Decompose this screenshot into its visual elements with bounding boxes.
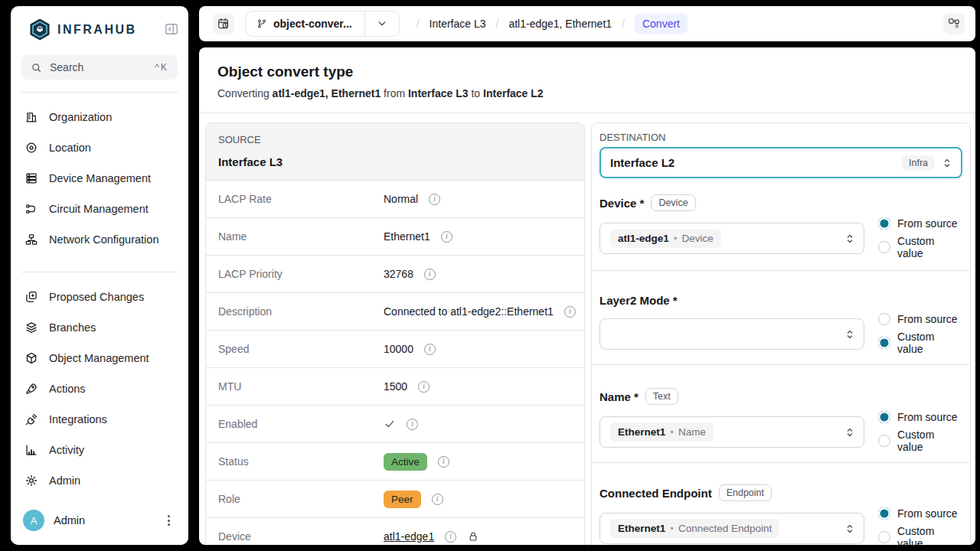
user-menu-kebab-icon[interactable] [163, 512, 175, 529]
from-source-radio[interactable]: From source [878, 411, 962, 423]
field-label: Layer2 Mode * [599, 294, 678, 307]
info-icon[interactable]: i [432, 494, 443, 505]
info-icon[interactable]: i [564, 306, 576, 318]
field-label: Connected Endpoint [599, 487, 712, 500]
branch-name: object-conver... [273, 18, 352, 30]
page-header: Object convert type Converting atl1-edge… [199, 47, 975, 113]
search-shortcut: ^K [155, 62, 168, 73]
from-source-radio[interactable]: From source [878, 217, 962, 230]
source-row-value: Connected to atl1-edge2::Ethernet1i [384, 305, 576, 318]
breadcrumb-item-interface-l3[interactable]: Interface L3 [430, 18, 486, 30]
source-row-role: Role Peeri [206, 480, 584, 517]
sidebar-collapse-button[interactable] [162, 21, 181, 39]
source-row-label: Device [218, 530, 384, 543]
sidebar-item-integrations[interactable]: Integrations [11, 404, 188, 435]
breadcrumb-item-convert[interactable]: Convert [635, 14, 688, 34]
attribute-value: Ethernet1 [384, 230, 430, 243]
sidebar-item-device-management[interactable]: Device Management [11, 163, 188, 194]
rocket-icon [24, 382, 38, 396]
radio-icon [878, 241, 890, 253]
diff-icon [24, 290, 38, 304]
branch-selector[interactable]: object-conver... [245, 11, 400, 37]
radio-label: Custom value [897, 429, 962, 453]
custom-value-radio[interactable]: Custom value [878, 235, 962, 259]
info-icon[interactable]: i [438, 456, 449, 468]
radio-icon [878, 217, 890, 230]
sidebar-item-proposed-changes[interactable]: Proposed Changes [11, 282, 188, 312]
sidebar-item-label: Device Management [49, 172, 151, 184]
sidebar-group-divider [21, 272, 178, 272]
info-icon[interactable]: i [445, 531, 456, 543]
sidebar-item-object-management[interactable]: Object Management [11, 343, 188, 373]
field-select[interactable]: atl1-edge1•Device [599, 223, 864, 254]
sidebar-item-location[interactable]: Location [11, 132, 188, 163]
field-label: Name * [599, 390, 639, 403]
chevron-down-icon [365, 18, 399, 29]
radio-label: Custom value [897, 525, 962, 545]
main-content: Object convert type Converting atl1-edge… [199, 47, 975, 545]
source-row-label: Name [218, 230, 384, 243]
sidebar-item-network-configuration[interactable]: Network Configuration [11, 224, 188, 255]
attribute-value: 32768 [384, 268, 413, 280]
from-source-radio[interactable]: From source [878, 507, 962, 520]
logo-row: INFRAHUB [11, 6, 188, 47]
field-mode-radios: From sourceCustom value [878, 313, 962, 355]
radio-icon [878, 337, 890, 349]
schema-workflow-icon[interactable] [943, 13, 965, 34]
source-panel-label: SOURCE [218, 134, 572, 145]
time-travel-calendar-icon[interactable] [213, 13, 234, 34]
radio-label: Custom value [897, 331, 962, 355]
info-icon[interactable]: i [424, 344, 436, 355]
sidebar-item-label: Network Configuration [49, 233, 158, 246]
from-source-radio[interactable]: From source [878, 313, 962, 325]
gear-icon [24, 474, 38, 487]
custom-value-radio[interactable]: Custom value [878, 429, 962, 453]
info-icon[interactable]: i [418, 381, 430, 393]
attribute-value: Connected to atl1-edge2::Ethernet1 [384, 305, 554, 318]
sidebar-item-organization[interactable]: Organization [11, 102, 188, 132]
subtitle-emphasis: atl1-edge1, Ethernet1 [273, 87, 381, 99]
destination-type-select[interactable]: Interface L2 Infra [599, 147, 962, 178]
source-row-label: Enabled [218, 418, 384, 430]
sidebar-item-branches[interactable]: Branches [11, 312, 188, 343]
field-select[interactable]: Ethernet1•Name [599, 416, 864, 448]
sidebar-item-label: Branches [49, 321, 96, 334]
radio-label: From source [897, 313, 958, 325]
sidebar-item-label: Integrations [49, 413, 107, 425]
sidebar-item-label: Organization [49, 111, 112, 123]
source-row-value: Activei [384, 453, 449, 471]
chart-icon [24, 443, 38, 457]
source-row-value: atl1-edge1i [384, 530, 479, 543]
radio-icon [878, 435, 890, 447]
related-node-link[interactable]: atl1-edge1 [384, 530, 434, 543]
brand-name: INFRAHUB [57, 23, 162, 37]
info-icon[interactable]: i [407, 419, 418, 430]
source-row-value: i [384, 418, 418, 430]
search-input[interactable]: Search ^K [21, 55, 178, 80]
field-select[interactable] [599, 318, 864, 350]
breadcrumb: /Interface L3/atl1-edge1, Ethernet1/Conv… [416, 14, 943, 34]
source-row-status: Status Activei [206, 442, 584, 480]
git-branch-icon [256, 18, 267, 29]
custom-value-radio[interactable]: Custom value [878, 525, 962, 545]
sidebar-item-circuit-management[interactable]: Circuit Management [11, 194, 188, 224]
source-row-device: Device atl1-edge1i [206, 517, 584, 545]
sidebar-item-admin[interactable]: Admin [11, 465, 188, 496]
info-icon[interactable]: i [424, 269, 436, 280]
custom-value-radio[interactable]: Custom value [878, 331, 962, 355]
route-icon [24, 202, 38, 216]
destination-panel: DESTINATION Interface L2 Infra Device * … [591, 122, 971, 545]
source-rows: LACP Rate Normali Name Ethernet1i LACP P… [206, 180, 584, 545]
field-kind-badge: Device [651, 194, 695, 211]
user-row: A Admin [11, 499, 188, 545]
infrahub-logo-icon [29, 18, 51, 41]
unfold-icon [844, 233, 856, 245]
info-icon[interactable]: i [441, 231, 452, 243]
sidebar-item-actions[interactable]: Actions [11, 373, 188, 404]
subtitle-emphasis: Interface L2 [483, 87, 544, 99]
info-icon[interactable]: i [429, 194, 440, 205]
field-select[interactable]: Ethernet1•Connected Endpoint [599, 513, 864, 544]
breadcrumb-item-atl1-edge1-ethernet1[interactable]: atl1-edge1, Ethernet1 [508, 18, 612, 30]
building-icon [24, 110, 38, 124]
sidebar-item-activity[interactable]: Activity [11, 435, 188, 465]
